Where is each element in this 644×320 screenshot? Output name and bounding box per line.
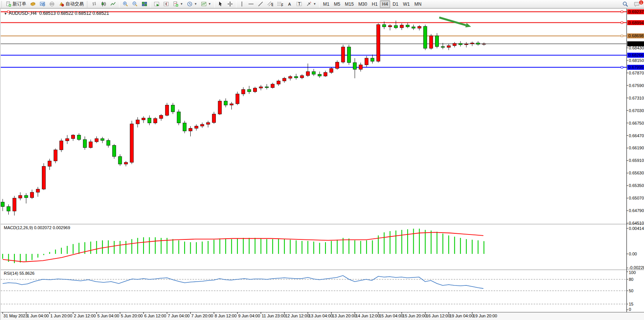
label-tool-button[interactable]: T [294, 0, 304, 8]
dropdown-arrow-icon: ▼ [313, 2, 316, 6]
templates-button[interactable]: ▼ [199, 0, 213, 8]
toolbar-grip [1, 1, 3, 7]
auto-scroll-button[interactable] [152, 0, 161, 8]
bar-chart-mode-button[interactable] [89, 0, 99, 8]
chart-shift-icon [163, 1, 169, 7]
candle-body [142, 118, 145, 120]
candle-body [453, 43, 456, 46]
candle-body [330, 68, 333, 73]
time-label: 11 Jun 23:00 [261, 314, 285, 318]
timeframe-button-m5[interactable]: M5 [332, 0, 343, 8]
history-center-button[interactable] [28, 0, 38, 8]
price-tick-label: 0.65350 [629, 183, 644, 188]
time-label: 7 Jun 20:00 [191, 314, 213, 318]
svg-text:E: E [271, 2, 273, 7]
chart-quotes: 0.68513 0.68522 0.68512 0.68521 [39, 11, 109, 16]
candle-body [247, 89, 251, 92]
zoom-out-button[interactable] [130, 0, 140, 8]
search-button[interactable] [620, 0, 630, 8]
line-handles[interactable] [8, 11, 623, 68]
chart-title[interactable]: ▼AUDUSD-,H4 0.68513 0.68522 0.68512 0.68… [4, 11, 109, 16]
horizontal-line-tool-button[interactable] [246, 0, 256, 8]
new-order-icon [6, 1, 11, 7]
price-tick-label: 0.67030 [629, 108, 644, 113]
macd-panel: 0.0041420.00-0.002286 [3, 226, 644, 270]
price-tick-label: 0.67590 [629, 83, 644, 88]
timeframe-button-mn[interactable]: MN [412, 0, 424, 8]
tile-windows-button[interactable] [140, 0, 149, 8]
candle-body [300, 76, 304, 78]
horizontal-line-objects[interactable] [1, 12, 626, 67]
candle-body [406, 25, 409, 27]
arrows-shapes-icon [306, 1, 312, 7]
candle-body [236, 94, 239, 104]
candle-body [89, 142, 92, 147]
candle-body [429, 36, 433, 48]
candle-body [324, 73, 327, 76]
fibonacci-tool-button[interactable]: F [275, 0, 285, 8]
timeframe-button-h4[interactable]: H4 [380, 0, 390, 8]
candle-body [424, 26, 427, 48]
toolbar-separator [319, 1, 320, 8]
trendline-tool-button[interactable] [256, 0, 265, 8]
timeframe-button-d1[interactable]: D1 [390, 0, 400, 8]
timeframe-button-m30[interactable]: M30 [356, 0, 369, 8]
candle-body [359, 65, 362, 70]
toolbar-separator [119, 1, 120, 8]
toolbar-separator [214, 1, 215, 8]
candle-body [212, 114, 216, 122]
text-tool-button[interactable]: A [285, 0, 294, 8]
crosshair-icon [227, 1, 233, 7]
chart-symbol-period: AUDUSD-,H4 [9, 11, 37, 16]
price-tick-label: 0.66750 [629, 121, 644, 125]
rsi-panel: 1008050150 [1, 270, 636, 312]
line-chart-icon [110, 1, 116, 7]
signal-button[interactable] [47, 0, 57, 8]
candle-body [107, 140, 110, 145]
vertical-line-tool-button[interactable] [238, 0, 246, 8]
candle-body [72, 135, 75, 138]
candle-body [171, 105, 175, 112]
timeframe-button-w1[interactable]: W1 [401, 0, 412, 8]
candle-body [183, 123, 187, 131]
periods-button[interactable]: ▼ [185, 0, 199, 8]
price-badge-label: 0.67995 [628, 65, 644, 70]
candle-body [177, 112, 180, 123]
price-tick-label: 0.66190 [629, 146, 644, 150]
signal-icon [49, 1, 55, 7]
new-order-button[interactable]: 新订单 [4, 0, 28, 8]
time-label: 1 Jun 20:00 [50, 314, 72, 318]
candle-body [118, 157, 122, 164]
new-order-label: 新订单 [13, 1, 26, 7]
time-label: 5 Jun 04:00 [97, 314, 120, 318]
price-axis: 0.684300.681500.678700.675900.673100.670… [626, 10, 644, 226]
candle-body [470, 43, 474, 44]
chart-canvas[interactable]: 0.684300.681500.678700.675900.673100.670… [1, 9, 644, 320]
timeframe-button-h1[interactable]: H1 [370, 0, 380, 8]
chart-shift-button[interactable] [161, 0, 171, 8]
chart-window: 0.684300.681500.678700.675900.673100.670… [0, 8, 644, 320]
cursor-tool-button[interactable] [216, 0, 225, 8]
crosshair-tool-button[interactable] [225, 0, 235, 8]
candle-body [101, 139, 104, 141]
channel-tool-button[interactable]: E [265, 0, 275, 8]
notification-badge: 1 [639, 0, 644, 5]
publish-chart-button[interactable] [38, 0, 47, 8]
timeframe-button-m15[interactable]: M15 [343, 0, 356, 8]
candlestick-mode-button[interactable] [99, 0, 108, 8]
rsi-indicator-label: RSI(14) 55.8626 [4, 271, 35, 276]
notifications-button[interactable]: 1 [632, 0, 642, 8]
candle-body [136, 120, 139, 124]
indicators-button[interactable]: ▼ [171, 0, 185, 8]
line-chart-mode-button[interactable] [108, 0, 118, 8]
candle-body [54, 150, 57, 161]
auto-trading-button[interactable]: 自动交易 [57, 0, 86, 8]
timeframe-button-m1[interactable]: M1 [321, 0, 332, 8]
time-label: 12 Jun 12:00 [285, 314, 309, 318]
zoom-in-button[interactable] [121, 0, 130, 8]
candle-body [19, 195, 22, 198]
rsi-axis-label: 80 [629, 277, 633, 282]
shapes-tool-button[interactable]: ▼ [304, 0, 318, 8]
price-badge-label: 0.68698 [628, 33, 644, 38]
candlesticks [1, 21, 486, 215]
